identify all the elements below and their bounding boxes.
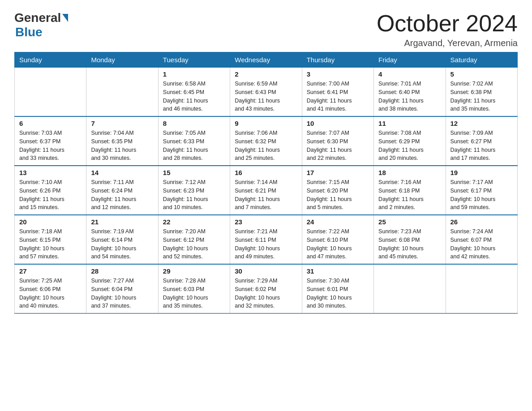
day-info: Sunrise: 6:59 AMSunset: 6:43 PMDaylight:… [235, 80, 297, 113]
day-number: 11 [378, 120, 441, 127]
calendar-cell: 28Sunrise: 7:27 AMSunset: 6:04 PMDayligh… [86, 264, 158, 313]
day-info: Sunrise: 7:30 AMSunset: 6:01 PMDaylight:… [307, 277, 369, 310]
day-info: Sunrise: 7:01 AMSunset: 6:40 PMDaylight:… [378, 80, 441, 113]
day-info: Sunrise: 7:05 AMSunset: 6:33 PMDaylight:… [163, 129, 225, 163]
day-info: Sunrise: 7:17 AMSunset: 6:17 PMDaylight:… [450, 178, 513, 212]
day-info: Sunrise: 7:04 AMSunset: 6:35 PMDaylight:… [91, 129, 153, 163]
weekday-header-monday: Monday [86, 52, 158, 68]
calendar-cell: 30Sunrise: 7:29 AMSunset: 6:02 PMDayligh… [230, 264, 302, 313]
day-info: Sunrise: 7:16 AMSunset: 6:18 PMDaylight:… [378, 178, 441, 212]
weekday-header-friday: Friday [374, 52, 446, 68]
day-number: 14 [91, 169, 153, 176]
calendar-cell: 9Sunrise: 7:06 AMSunset: 6:32 PMDaylight… [230, 116, 302, 166]
day-number: 2 [235, 70, 297, 78]
day-number: 22 [163, 218, 225, 226]
day-number: 8 [163, 120, 225, 127]
logo-line1: General [14, 11, 69, 25]
calendar-cell: 25Sunrise: 7:23 AMSunset: 6:08 PMDayligh… [374, 215, 446, 264]
title-area: October 2024 Argavand, Yerevan, Armenia [377, 11, 518, 48]
day-info: Sunrise: 7:08 AMSunset: 6:29 PMDaylight:… [378, 129, 441, 163]
day-number: 18 [378, 169, 441, 176]
logo-line2: Blue [14, 25, 43, 39]
week-row-2: 6Sunrise: 7:03 AMSunset: 6:37 PMDaylight… [15, 116, 518, 166]
day-info: Sunrise: 7:29 AMSunset: 6:02 PMDaylight:… [235, 277, 297, 310]
weekday-header-thursday: Thursday [302, 52, 373, 68]
day-info: Sunrise: 7:11 AMSunset: 6:24 PMDaylight:… [91, 178, 153, 212]
day-number: 13 [19, 169, 82, 176]
day-number: 29 [163, 267, 225, 275]
calendar-cell: 13Sunrise: 7:10 AMSunset: 6:26 PMDayligh… [15, 166, 86, 215]
calendar-cell: 14Sunrise: 7:11 AMSunset: 6:24 PMDayligh… [86, 166, 158, 215]
day-info: Sunrise: 7:23 AMSunset: 6:08 PMDaylight:… [378, 227, 441, 261]
calendar-cell: 27Sunrise: 7:25 AMSunset: 6:06 PMDayligh… [15, 264, 86, 313]
location-text: Argavand, Yerevan, Armenia [377, 38, 518, 48]
logo-blue-part: Blue [14, 25, 43, 39]
day-info: Sunrise: 7:18 AMSunset: 6:15 PMDaylight:… [19, 227, 82, 261]
day-info: Sunrise: 7:24 AMSunset: 6:07 PMDaylight:… [450, 227, 513, 261]
weekday-header-saturday: Saturday [446, 52, 517, 68]
day-number: 25 [378, 218, 441, 226]
calendar-cell: 24Sunrise: 7:22 AMSunset: 6:10 PMDayligh… [302, 215, 373, 264]
day-info: Sunrise: 7:21 AMSunset: 6:11 PMDaylight:… [235, 227, 297, 261]
day-info: Sunrise: 7:10 AMSunset: 6:26 PMDaylight:… [19, 178, 82, 212]
day-number: 4 [378, 70, 441, 78]
day-number: 12 [450, 120, 513, 127]
day-info: Sunrise: 7:09 AMSunset: 6:27 PMDaylight:… [450, 129, 513, 163]
day-number: 1 [163, 70, 225, 78]
calendar-cell: 3Sunrise: 7:00 AMSunset: 6:41 PMDaylight… [302, 68, 373, 117]
week-row-5: 27Sunrise: 7:25 AMSunset: 6:06 PMDayligh… [15, 264, 518, 313]
calendar-cell: 15Sunrise: 7:12 AMSunset: 6:23 PMDayligh… [158, 166, 230, 215]
day-info: Sunrise: 7:07 AMSunset: 6:30 PMDaylight:… [307, 129, 369, 163]
day-number: 15 [163, 169, 225, 176]
calendar-cell: 1Sunrise: 6:58 AMSunset: 6:45 PMDaylight… [158, 68, 230, 117]
weekday-header-row: SundayMondayTuesdayWednesdayThursdayFrid… [15, 52, 518, 68]
calendar-cell: 23Sunrise: 7:21 AMSunset: 6:11 PMDayligh… [230, 215, 302, 264]
page-header: General Blue October 2024 Argavand, Yere… [14, 11, 518, 48]
calendar-cell: 10Sunrise: 7:07 AMSunset: 6:30 PMDayligh… [302, 116, 373, 166]
calendar-cell: 5Sunrise: 7:02 AMSunset: 6:38 PMDaylight… [446, 68, 517, 117]
weekday-header-sunday: Sunday [15, 52, 86, 68]
calendar-cell: 17Sunrise: 7:15 AMSunset: 6:20 PMDayligh… [302, 166, 373, 215]
calendar-cell: 11Sunrise: 7:08 AMSunset: 6:29 PMDayligh… [374, 116, 446, 166]
day-info: Sunrise: 7:03 AMSunset: 6:37 PMDaylight:… [19, 129, 82, 163]
calendar-cell [86, 68, 158, 117]
day-info: Sunrise: 7:06 AMSunset: 6:32 PMDaylight:… [235, 129, 297, 163]
week-row-4: 20Sunrise: 7:18 AMSunset: 6:15 PMDayligh… [15, 215, 518, 264]
day-info: Sunrise: 7:19 AMSunset: 6:14 PMDaylight:… [91, 227, 153, 261]
day-info: Sunrise: 7:00 AMSunset: 6:41 PMDaylight:… [307, 80, 369, 113]
day-number: 6 [19, 120, 82, 127]
calendar-cell: 31Sunrise: 7:30 AMSunset: 6:01 PMDayligh… [302, 264, 373, 313]
day-info: Sunrise: 7:02 AMSunset: 6:38 PMDaylight:… [450, 80, 513, 113]
day-number: 23 [235, 218, 297, 226]
day-number: 27 [19, 267, 82, 275]
day-number: 26 [450, 218, 513, 226]
calendar-cell: 8Sunrise: 7:05 AMSunset: 6:33 PMDaylight… [158, 116, 230, 166]
weekday-header-tuesday: Tuesday [158, 52, 230, 68]
calendar-cell: 2Sunrise: 6:59 AMSunset: 6:43 PMDaylight… [230, 68, 302, 117]
calendar-cell [446, 264, 517, 313]
calendar-table: SundayMondayTuesdayWednesdayThursdayFrid… [14, 52, 518, 314]
week-row-1: 1Sunrise: 6:58 AMSunset: 6:45 PMDaylight… [15, 68, 518, 117]
day-number: 28 [91, 267, 153, 275]
day-info: Sunrise: 7:14 AMSunset: 6:21 PMDaylight:… [235, 178, 297, 212]
day-info: Sunrise: 7:27 AMSunset: 6:04 PMDaylight:… [91, 277, 153, 310]
calendar-cell: 19Sunrise: 7:17 AMSunset: 6:17 PMDayligh… [446, 166, 517, 215]
logo: General Blue [14, 11, 69, 39]
calendar-cell: 18Sunrise: 7:16 AMSunset: 6:18 PMDayligh… [374, 166, 446, 215]
day-number: 7 [91, 120, 153, 127]
weekday-header-wednesday: Wednesday [230, 52, 302, 68]
day-info: Sunrise: 6:58 AMSunset: 6:45 PMDaylight:… [163, 80, 225, 113]
day-info: Sunrise: 7:28 AMSunset: 6:03 PMDaylight:… [163, 277, 225, 310]
calendar-cell: 4Sunrise: 7:01 AMSunset: 6:40 PMDaylight… [374, 68, 446, 117]
day-info: Sunrise: 7:22 AMSunset: 6:10 PMDaylight:… [307, 227, 369, 261]
calendar-cell: 20Sunrise: 7:18 AMSunset: 6:15 PMDayligh… [15, 215, 86, 264]
calendar-cell: 21Sunrise: 7:19 AMSunset: 6:14 PMDayligh… [86, 215, 158, 264]
day-number: 19 [450, 169, 513, 176]
calendar-cell [374, 264, 446, 313]
day-number: 20 [19, 218, 82, 226]
day-info: Sunrise: 7:15 AMSunset: 6:20 PMDaylight:… [307, 178, 369, 212]
day-number: 21 [91, 218, 153, 226]
calendar-cell: 7Sunrise: 7:04 AMSunset: 6:35 PMDaylight… [86, 116, 158, 166]
calendar-cell: 16Sunrise: 7:14 AMSunset: 6:21 PMDayligh… [230, 166, 302, 215]
day-info: Sunrise: 7:12 AMSunset: 6:23 PMDaylight:… [163, 178, 225, 212]
